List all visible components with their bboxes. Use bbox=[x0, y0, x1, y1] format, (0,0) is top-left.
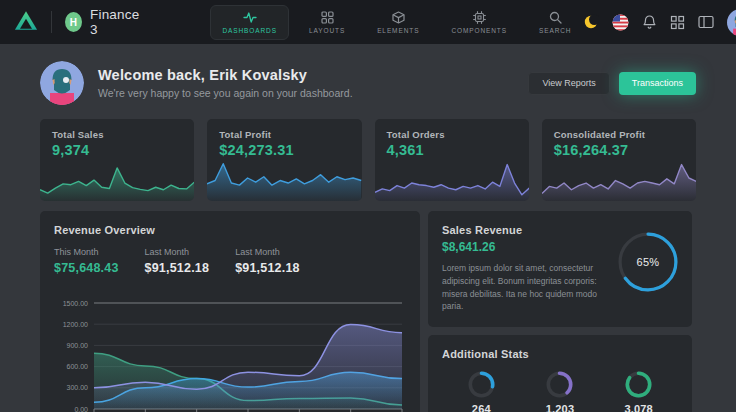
bell-icon[interactable] bbox=[642, 14, 657, 30]
nav-item-layouts[interactable]: LAYOUTS bbox=[297, 5, 357, 40]
svg-text:900.00: 900.00 bbox=[67, 342, 89, 349]
metric-label: Last Month bbox=[145, 247, 210, 257]
donut-ring bbox=[546, 371, 573, 398]
stat-cards: Total Sales 9,374 Total Profit $24,273.3… bbox=[40, 119, 696, 201]
activity-icon bbox=[243, 11, 257, 24]
total-profit-sparkline bbox=[207, 157, 361, 201]
nav-item-label: ELEMENTS bbox=[377, 27, 419, 34]
welcome-title: Welcome back, Erik Kovalsky bbox=[98, 67, 353, 83]
right-column: Sales Revenue $8,641.26 Lorem ipsum dolo… bbox=[428, 211, 692, 412]
brand[interactable]: H Finance 3 bbox=[14, 7, 142, 37]
navbar-actions bbox=[583, 9, 736, 36]
stat-card-label: Total Sales bbox=[52, 129, 182, 140]
metric-value: $75,648.43 bbox=[54, 261, 119, 275]
additional-stats-panel: Additional Stats 264 1,203 3,078 bbox=[428, 335, 692, 412]
moon-icon[interactable] bbox=[583, 14, 599, 30]
stat-ring-item: 3,078 bbox=[624, 371, 653, 412]
nav-item-label: COMPONENTS bbox=[451, 27, 507, 34]
stat-card-value: 9,374 bbox=[52, 142, 182, 158]
svg-text:1500.00: 1500.00 bbox=[63, 300, 88, 307]
stat-ring-item: 1,203 bbox=[546, 371, 575, 412]
metric-label: Last Month bbox=[235, 247, 300, 257]
transactions-button[interactable]: Transactions bbox=[619, 72, 696, 95]
stat-card-consolidated-profit[interactable]: Consolidated Profit $16,264.37 bbox=[542, 119, 696, 201]
sales-revenue-description: Lorem ipsum dolor sit amet, consectetur … bbox=[442, 262, 598, 313]
search-icon bbox=[549, 11, 562, 24]
svg-text:300.00: 300.00 bbox=[67, 384, 89, 391]
revenue-overview-panel: Revenue Overview This Month $75,648.43 L… bbox=[40, 211, 420, 412]
metric-value: $91,512.18 bbox=[235, 261, 300, 275]
app-title: Finance 3 bbox=[90, 7, 142, 37]
stat-card-total-orders[interactable]: Total Orders 4,361 bbox=[375, 119, 529, 201]
stat-card-value: 4,361 bbox=[387, 142, 517, 158]
donut-percent-label: 65% bbox=[618, 232, 678, 292]
stat-card-total-profit[interactable]: Total Profit $24,273.31 bbox=[207, 119, 361, 201]
total-orders-sparkline bbox=[375, 157, 529, 201]
app-badge: H bbox=[65, 12, 82, 32]
apps-icon[interactable] bbox=[670, 15, 685, 30]
svg-text:1200.00: 1200.00 bbox=[63, 321, 88, 328]
stat-ring-item: 264 bbox=[468, 371, 495, 412]
main-nav: DASHBOARDS LAYOUTS ELEME bbox=[210, 5, 583, 40]
layout-grid-icon bbox=[321, 11, 334, 24]
total-sales-sparkline bbox=[40, 157, 194, 201]
metric-value: $91,512.18 bbox=[145, 261, 210, 275]
nav-item-dashboards[interactable]: DASHBOARDS bbox=[210, 5, 289, 40]
consolidated-profit-sparkline bbox=[542, 157, 696, 201]
divider bbox=[51, 11, 52, 33]
nav-item-label: LAYOUTS bbox=[309, 27, 345, 34]
metric-last-month-2: Last Month $91,512.18 bbox=[235, 247, 300, 275]
stat-card-value: $24,273.31 bbox=[219, 142, 349, 158]
nav-item-search[interactable]: SEARCH bbox=[527, 5, 584, 40]
box-icon bbox=[392, 11, 405, 24]
navbar: H Finance 3 DASHBOARDS LAYO bbox=[0, 0, 736, 44]
stat-ring-value: 264 bbox=[472, 403, 491, 412]
nav-item-label: DASHBOARDS bbox=[222, 27, 277, 34]
metric-last-month: Last Month $91,512.18 bbox=[145, 247, 210, 275]
nav-item-components[interactable]: COMPONENTS bbox=[439, 5, 519, 40]
stat-card-label: Total Orders bbox=[387, 129, 517, 140]
user-avatar[interactable] bbox=[727, 9, 736, 36]
logo-triangle-icon bbox=[14, 10, 38, 35]
sales-revenue-panel: Sales Revenue $8,641.26 Lorem ipsum dolo… bbox=[428, 211, 692, 327]
metric-this-month: This Month $75,648.43 bbox=[54, 247, 119, 275]
metric-label: This Month bbox=[54, 247, 119, 257]
nav-item-elements[interactable]: ELEMENTS bbox=[365, 5, 431, 40]
revenue-metrics: This Month $75,648.43 Last Month $91,512… bbox=[54, 247, 406, 275]
welcome-avatar bbox=[40, 61, 84, 105]
panel-title: Revenue Overview bbox=[54, 224, 406, 236]
stat-rings: 264 1,203 3,078 bbox=[442, 371, 678, 412]
nav-item-label: SEARCH bbox=[539, 27, 572, 34]
stat-ring-value: 1,203 bbox=[546, 403, 575, 412]
donut-ring bbox=[468, 371, 495, 398]
svg-text:600.00: 600.00 bbox=[67, 363, 89, 370]
svg-text:0.00: 0.00 bbox=[74, 406, 88, 412]
stat-card-label: Consolidated Profit bbox=[554, 129, 684, 140]
bottom-section: Revenue Overview This Month $75,648.43 L… bbox=[40, 211, 696, 412]
dashboard-screen: H Finance 3 DASHBOARDS LAYO bbox=[0, 0, 736, 412]
stat-card-label: Total Profit bbox=[219, 129, 349, 140]
welcome-section: Welcome back, Erik Kovalsky We're very h… bbox=[40, 61, 696, 105]
panel-title: Additional Stats bbox=[442, 348, 678, 360]
revenue-overview-chart: 0.00300.00600.00900.001200.001500.0019 S… bbox=[54, 286, 406, 412]
sales-revenue-donut: 65% bbox=[618, 232, 678, 292]
donut-ring bbox=[625, 371, 652, 398]
stat-card-total-sales[interactable]: Total Sales 9,374 bbox=[40, 119, 194, 201]
us-flag-icon[interactable] bbox=[612, 14, 629, 31]
cpu-icon bbox=[473, 11, 486, 24]
welcome-subtitle: We're very happy to see you again on you… bbox=[98, 87, 353, 99]
stat-card-value: $16,264.37 bbox=[554, 142, 684, 158]
stat-ring-value: 3,078 bbox=[624, 403, 653, 412]
view-reports-button[interactable]: View Reports bbox=[528, 72, 609, 95]
sidebar-toggle-icon[interactable] bbox=[698, 15, 714, 29]
